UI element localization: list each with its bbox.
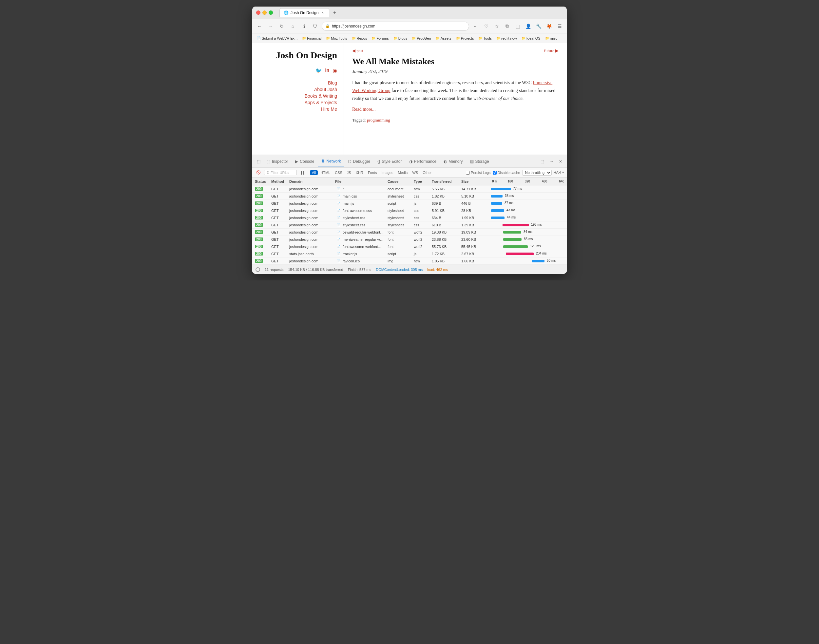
bookmark-idealos[interactable]: 📁 Ideal OS	[520, 36, 543, 41]
tab-performance[interactable]: ◑ Performance	[406, 156, 440, 166]
devtools-pick-element[interactable]: ⬚	[254, 157, 263, 166]
new-tab-button[interactable]: +	[331, 9, 338, 17]
disable-cache-input[interactable]	[493, 171, 497, 175]
bookmark-forums[interactable]: 📁 Forums	[370, 36, 391, 41]
filter-ws[interactable]: WS	[410, 170, 420, 175]
tab-network[interactable]: ⇅ Network	[318, 156, 344, 166]
minimize-button[interactable]	[262, 11, 267, 15]
performance-label: Performance	[414, 159, 437, 164]
bookmark-button[interactable]: ♡	[482, 21, 491, 31]
throttle-select[interactable]: No throttling	[522, 170, 552, 176]
filter-images[interactable]: Images	[379, 170, 395, 175]
bookmark-financial[interactable]: 📁 Financial	[300, 36, 324, 41]
tab-memory[interactable]: ◐ Memory	[440, 156, 466, 166]
firefox-account[interactable]: 🦊	[544, 21, 554, 31]
network-row[interactable]: 200 GET joshondesign.com 📄 main.css styl…	[252, 193, 567, 200]
bookmark-projects[interactable]: 📁 Projects	[454, 36, 476, 41]
filter-xhr[interactable]: XHR	[354, 170, 365, 175]
close-button[interactable]	[256, 11, 261, 15]
devtools-dock-button[interactable]: ⬚	[538, 157, 546, 166]
nav-about[interactable]: About Josh	[259, 87, 337, 92]
network-row[interactable]: 200 GET joshondesign.com 📄 oswald-regula…	[252, 228, 567, 236]
tab-console[interactable]: ▶ Console	[292, 156, 317, 166]
row-size: 28 KB	[460, 209, 489, 213]
bookmark-moztools[interactable]: 📁 Moz Tools	[324, 36, 349, 41]
pause-recording-button[interactable]	[299, 170, 307, 175]
tab-close-button[interactable]: ✕	[321, 11, 325, 15]
nav-blog[interactable]: Blog	[259, 80, 337, 86]
nav-apps[interactable]: Apps & Projects	[259, 100, 337, 105]
bookmark-webvr[interactable]: 📄 Submit a WebVR Ex...	[255, 36, 299, 41]
back-button[interactable]: ←	[255, 21, 264, 31]
read-more-link[interactable]: Read more...	[352, 106, 558, 113]
filter-fonts[interactable]: Fonts	[366, 170, 379, 175]
devtools-close-button[interactable]: ✕	[556, 157, 565, 166]
persist-logs-checkbox[interactable]: Persist Logs	[466, 171, 491, 175]
bookmark-blogs[interactable]: 📁 Blogs	[391, 36, 410, 41]
post-nav-future[interactable]: future ▶	[544, 48, 558, 54]
har-button[interactable]: HAR ▾	[554, 170, 564, 175]
post-tags: Tagged: programming	[352, 117, 558, 124]
network-row[interactable]: 200 GET stats.josh.earth 📄 tracker.js sc…	[252, 250, 567, 258]
forward-button[interactable]: →	[266, 21, 275, 31]
sidebar-toggle[interactable]: ⬚	[513, 21, 522, 31]
persist-logs-input[interactable]	[466, 171, 470, 175]
network-row[interactable]: 200 GET joshondesign.com 📄 favicon.ico i…	[252, 258, 567, 265]
star-button[interactable]: ☆	[492, 21, 501, 31]
nav-hire[interactable]: Hire Me	[259, 106, 337, 112]
bookmark-misc[interactable]: 📁 misc	[543, 36, 560, 41]
network-row[interactable]: 200 GET joshondesign.com 📄 merriweather-…	[252, 236, 567, 243]
rss-icon[interactable]: ◉	[333, 67, 337, 74]
filter-url-input-wrap[interactable]: ⊘ Filter URLs	[264, 170, 297, 175]
post-nav-past[interactable]: ◀ past	[352, 48, 363, 54]
network-row[interactable]: 200 GET joshondesign.com 📄 fontawesome-w…	[252, 243, 567, 250]
bookmarks-library[interactable]: ⧉	[503, 21, 512, 31]
tab-storage[interactable]: ▤ Storage	[467, 156, 492, 166]
bookmark-repos[interactable]: 📁 Repos	[350, 36, 369, 41]
info-button[interactable]: ℹ	[299, 21, 308, 31]
tag-programming[interactable]: programming	[367, 118, 390, 123]
filter-all[interactable]: All	[310, 170, 318, 175]
tab-inspector[interactable]: ⬚ Inspector	[264, 156, 291, 166]
network-row[interactable]: 200 GET joshondesign.com 📄 / document ht…	[252, 186, 567, 193]
row-size: 23.60 KB	[460, 238, 489, 241]
extensions-button[interactable]: 🔧	[534, 21, 543, 31]
linkedin-icon[interactable]: in	[325, 67, 329, 74]
network-row[interactable]: 200 GET joshondesign.com 📄 font-awesome.…	[252, 207, 567, 214]
network-row[interactable]: 200 GET joshondesign.com 📄 main.js scrip…	[252, 200, 567, 207]
performance-icon: ◑	[409, 159, 413, 164]
twitter-icon[interactable]: 🐦	[316, 67, 322, 74]
row-type: html	[413, 187, 431, 191]
menu-button[interactable]: ☰	[555, 21, 564, 31]
filter-media[interactable]: Media	[396, 170, 410, 175]
devtools-more-button[interactable]: ···	[547, 157, 555, 166]
address-bar[interactable]: 🔒 https://joshondesign.com	[322, 21, 469, 31]
clear-requests-button[interactable]: 🚫	[255, 169, 262, 176]
filter-html[interactable]: HTML	[318, 170, 332, 175]
bookmark-assets[interactable]: 📁 Assets	[434, 36, 453, 41]
bookmark-procgen[interactable]: 📁 ProcGen	[410, 36, 433, 41]
row-waterfall: 50 ms	[489, 258, 566, 265]
browser-tab[interactable]: 🌐 Josh On Design ✕	[279, 8, 329, 17]
more-button[interactable]: ···	[471, 21, 480, 31]
bookmark-redit[interactable]: 📁 red it now	[494, 36, 519, 41]
console-label: Console	[300, 159, 314, 164]
filter-js[interactable]: JS	[345, 170, 353, 175]
tab-debugger[interactable]: ⬡ Debugger	[345, 156, 373, 166]
disable-cache-checkbox[interactable]: Disable cache	[493, 171, 520, 175]
network-row[interactable]: 200 GET joshondesign.com 📄 stylesheet.cs…	[252, 214, 567, 221]
sync-button[interactable]: 👤	[523, 21, 533, 31]
nav-bar: ← → ↻ ⌂ ℹ 🛡 🔒 https://joshondesign.com ·…	[252, 19, 567, 34]
filter-other[interactable]: Other	[421, 170, 434, 175]
filter-css[interactable]: CSS	[333, 170, 344, 175]
bookmark-tools[interactable]: 📁 Tools	[476, 36, 494, 41]
row-domain: joshondesign.com	[288, 245, 334, 248]
home-button[interactable]: ⌂	[288, 21, 298, 31]
network-row[interactable]: 200 GET joshondesign.com 📄 stylesheet.cs…	[252, 221, 567, 228]
tab-style-editor[interactable]: {} Style Editor	[374, 156, 405, 166]
shield-icon: 🛡	[311, 21, 320, 31]
nav-books[interactable]: Books & Writing	[259, 94, 337, 98]
row-file: 📄 oswald-regular-webfont.woff2	[334, 230, 386, 234]
maximize-button[interactable]	[268, 11, 273, 15]
reload-button[interactable]: ↻	[277, 21, 286, 31]
